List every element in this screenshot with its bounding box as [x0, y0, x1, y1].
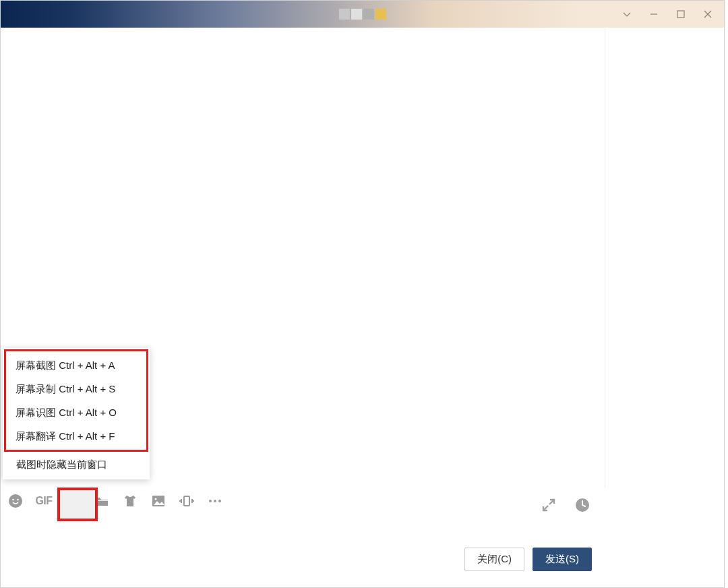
maximize-button[interactable]: [667, 3, 694, 26]
menu-item-screen-record[interactable]: 屏幕录制 Ctrl + Alt + S: [6, 378, 146, 401]
highlighted-menu-group: 屏幕截图 Ctrl + Alt + A 屏幕录制 Ctrl + Alt + S …: [4, 349, 148, 452]
image-icon[interactable]: [149, 492, 168, 510]
close-window-button[interactable]: [694, 3, 721, 26]
input-toolbar: GIF: [6, 488, 596, 514]
action-buttons: 关闭(C) 发送(S): [464, 548, 592, 571]
gif-icon[interactable]: GIF: [34, 492, 53, 510]
svg-point-6: [17, 499, 19, 501]
title-censored-area: [339, 9, 386, 20]
menu-item-screen-ocr[interactable]: 屏幕识图 Ctrl + Alt + O: [6, 401, 146, 425]
close-button[interactable]: 关闭(C): [464, 548, 524, 571]
chat-window: 屏幕截图 Ctrl + Alt + A 屏幕录制 Ctrl + Alt + S …: [0, 0, 725, 588]
screenshot-scissors-icon[interactable]: [64, 492, 83, 510]
svg-point-16: [218, 500, 221, 502]
sidebar-divider: [605, 28, 605, 488]
svg-rect-1: [677, 11, 684, 18]
svg-point-12: [155, 498, 157, 500]
more-icon[interactable]: [206, 492, 224, 510]
clothes-icon[interactable]: [121, 492, 140, 510]
svg-point-14: [209, 500, 212, 502]
send-button[interactable]: 发送(S): [533, 548, 592, 571]
menu-item-screen-translate[interactable]: 屏幕翻译 Ctrl + Alt + F: [6, 425, 146, 448]
dropdown-button[interactable]: [613, 3, 640, 26]
folder-icon[interactable]: [92, 492, 111, 510]
screenshot-context-menu: 屏幕截图 Ctrl + Alt + A 屏幕录制 Ctrl + Alt + S …: [3, 348, 150, 479]
gif-label: GIF: [35, 495, 52, 507]
history-clock-icon[interactable]: [573, 496, 592, 514]
svg-rect-13: [184, 496, 189, 506]
menu-item-hide-window-on-capture[interactable]: 截图时隐藏当前窗口: [4, 452, 148, 478]
title-bar: [1, 1, 724, 28]
svg-point-15: [214, 500, 216, 502]
svg-point-4: [9, 494, 22, 508]
toolbar-right-controls: [539, 496, 592, 514]
svg-point-5: [12, 499, 14, 501]
emoji-icon[interactable]: [6, 492, 25, 510]
menu-item-screenshot[interactable]: 屏幕截图 Ctrl + Alt + A: [6, 354, 146, 378]
minimize-button[interactable]: [640, 3, 667, 26]
shake-icon[interactable]: [177, 492, 196, 510]
expand-icon[interactable]: [539, 496, 558, 514]
window-controls: [613, 3, 721, 26]
